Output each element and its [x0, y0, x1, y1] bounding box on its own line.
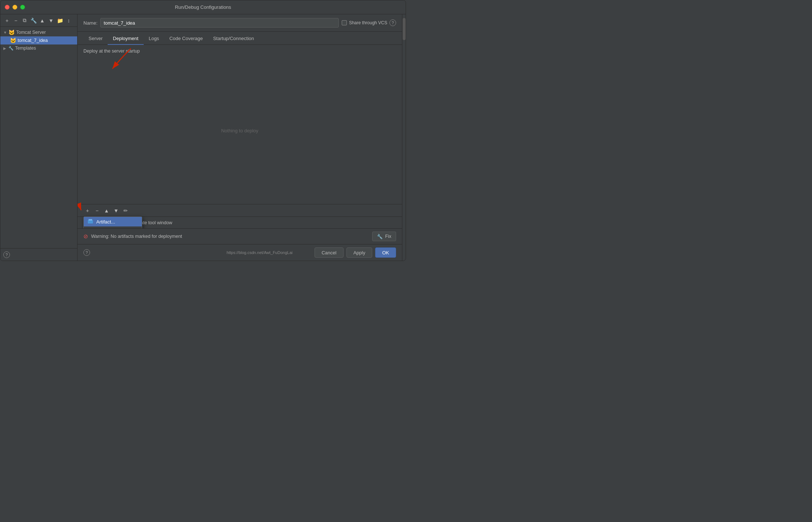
window-title: Run/Debug Configurations [175, 4, 231, 10]
deploy-dropdown: Artifact... [83, 217, 142, 228]
sort-button[interactable]: ↕ [65, 17, 72, 24]
deploy-header: Deploy at the server startup [78, 45, 402, 57]
scrollbar-thumb [403, 18, 406, 40]
move-up-button[interactable]: ▲ [39, 17, 46, 24]
move-deploy-down-button[interactable]: ▼ [112, 207, 120, 215]
tomcat-server-label: Tomcat Server [16, 30, 46, 35]
deploy-list: Nothing to deploy [78, 57, 402, 204]
titlebar: Run/Debug Configurations [0, 0, 406, 14]
tomcat-server-icon: 🐱 [8, 29, 15, 35]
main-content: + − ⧉ 🔧 ▲ ▼ 📁 ↕ ▼ 🐱 Tomcat Server [0, 14, 406, 261]
deploy-empty-message: Nothing to deploy [221, 128, 258, 133]
ok-label: OK [382, 250, 389, 255]
cancel-label: Cancel [321, 250, 336, 255]
apply-button[interactable]: Apply [346, 247, 373, 258]
url-text: https://blog.csdn.net/Awt_FuDongLai [227, 250, 293, 255]
remove-deploy-button[interactable]: − [93, 207, 101, 215]
help-button[interactable]: ? [83, 249, 90, 256]
fix-button[interactable]: 🔧 Fix [372, 232, 396, 241]
apply-label: Apply [353, 250, 366, 255]
tab-server[interactable]: Server [83, 33, 108, 45]
sidebar-item-tomcat7-idea[interactable]: 🐱 tomcat_7_idea [0, 36, 77, 44]
minimize-button[interactable] [12, 5, 17, 10]
warning-text: Warning: No artifacts marked for deploym… [91, 234, 369, 239]
share-vcs-help-button[interactable]: ? [389, 19, 396, 26]
move-deploy-up-button[interactable]: ▲ [103, 207, 111, 215]
svg-rect-2 [88, 220, 93, 224]
share-vcs-section: Share through VCS ? [342, 19, 396, 26]
add-deploy-button[interactable]: + [83, 207, 91, 215]
deploy-toolbar-wrapper: + − ▲ ▼ ✏ 2 [78, 204, 402, 217]
templates-label: Templates [15, 46, 36, 51]
tomcat7-idea-label: tomcat_7_idea [18, 38, 48, 43]
sidebar-toolbar: + − ⧉ 🔧 ▲ ▼ 📁 ↕ [0, 14, 77, 27]
dropdown-artifact-label: Artifact... [96, 219, 115, 225]
artifact-icon [87, 219, 93, 225]
right-scrollbar[interactable] [402, 14, 406, 261]
sidebar-tree: ▼ 🐱 Tomcat Server 🐱 tomcat_7_idea ▶ 🔧 Te… [0, 27, 77, 248]
move-down-button[interactable]: ▼ [47, 17, 55, 24]
deploy-toolbar: + − ▲ ▼ ✏ [78, 204, 402, 217]
cancel-button[interactable]: Cancel [315, 247, 343, 258]
share-vcs-checkbox[interactable] [342, 20, 347, 25]
titlebar-buttons [5, 5, 25, 10]
tree-arrow-expand: ▼ [3, 31, 7, 35]
tree-arrow-templates: ▶ [3, 46, 7, 50]
svg-rect-3 [89, 219, 92, 221]
tab-code-coverage[interactable]: Code Coverage [164, 33, 208, 45]
copy-config-button[interactable]: ⧉ [21, 17, 28, 24]
sidebar-help-button[interactable]: ? [3, 251, 10, 258]
settings-button[interactable]: 🔧 [30, 17, 37, 24]
remove-config-button[interactable]: − [12, 17, 19, 24]
name-label: Name: [83, 20, 97, 26]
fix-icon: 🔧 [377, 234, 383, 239]
close-button[interactable] [5, 5, 10, 10]
ok-button[interactable]: OK [375, 247, 396, 258]
config-icon: 🐱 [10, 37, 16, 43]
run-debug-configurations-dialog: Run/Debug Configurations + − ⧉ 🔧 ▲ ▼ 📁 ↕… [0, 0, 406, 261]
templates-icon: 🔧 [8, 46, 14, 51]
sidebar: + − ⧉ 🔧 ▲ ▼ 📁 ↕ ▼ 🐱 Tomcat Server [0, 14, 78, 261]
right-panel: Name: Share through VCS ? Server Deploym… [78, 14, 402, 261]
sidebar-bottom: ? [0, 248, 77, 261]
tab-startup-connection[interactable]: Startup/Connection [208, 33, 259, 45]
bottom-left: ? [83, 249, 90, 256]
warning-icon: ⊘ [83, 233, 88, 240]
dropdown-item-artifact[interactable]: Artifact... [84, 217, 142, 226]
sidebar-item-templates[interactable]: ▶ 🔧 Templates [0, 44, 77, 52]
bottom-bar: ? https://blog.csdn.net/Awt_FuDongLai Ca… [78, 244, 402, 261]
name-input[interactable] [100, 18, 339, 28]
folder-button[interactable]: 📁 [56, 17, 64, 24]
edit-deploy-button[interactable]: ✏ [122, 207, 130, 215]
fix-label: Fix [385, 234, 391, 239]
tab-deployment[interactable]: Deployment [108, 33, 143, 45]
warning-bar: ⊘ Warning: No artifacts marked for deplo… [78, 228, 402, 244]
tabs-bar: Server Deployment Logs Code Coverage Sta… [78, 32, 402, 45]
bottom-buttons: Cancel Apply OK [315, 247, 396, 258]
maximize-button[interactable] [20, 5, 25, 10]
add-config-button[interactable]: + [3, 17, 11, 24]
share-vcs-label: Share through VCS [349, 20, 387, 25]
name-row: Name: Share through VCS ? [78, 14, 402, 32]
dropdown-item-external-source[interactable]: External Source... [84, 226, 142, 228]
tab-logs[interactable]: Logs [144, 33, 164, 45]
sidebar-item-tomcat-server[interactable]: ▼ 🐱 Tomcat Server [0, 28, 77, 36]
deploy-area: Deploy at the server startup Nothing to … [78, 45, 402, 228]
